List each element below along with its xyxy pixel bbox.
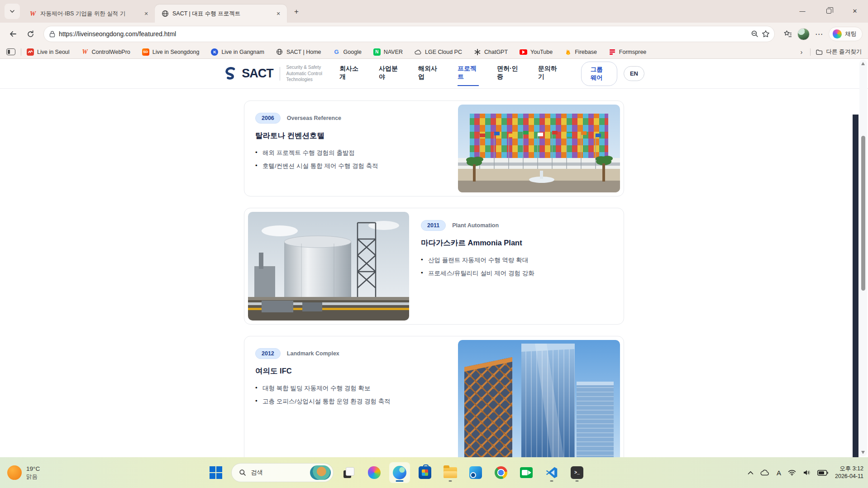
- tab-close-icon[interactable]: ✕: [274, 10, 282, 18]
- task-view-button[interactable]: [339, 463, 359, 483]
- controlwebpro-favicon-icon: W: [29, 10, 37, 18]
- weather-widget[interactable]: 19°C 맑음: [7, 465, 40, 480]
- groupware-button[interactable]: 그룹웨어: [581, 62, 617, 86]
- ime-korean-indicator[interactable]: A: [777, 469, 781, 477]
- meet-button[interactable]: [516, 463, 536, 483]
- onedrive-icon[interactable]: [760, 469, 770, 476]
- tray-chevron-up-icon[interactable]: [748, 471, 754, 475]
- nav-business[interactable]: 사업분야: [379, 61, 400, 86]
- copilot-button[interactable]: [364, 463, 384, 483]
- divider: [21, 48, 21, 56]
- profile-avatar[interactable]: [797, 28, 810, 40]
- terminal-button[interactable]: >_: [567, 463, 587, 483]
- zoom-indicator-icon[interactable]: [751, 30, 759, 38]
- chrome-button[interactable]: [491, 463, 511, 483]
- file-explorer-icon: [444, 467, 457, 478]
- bookmark-chatgpt[interactable]: ChatGPT: [474, 48, 508, 56]
- bookmark-lge-cloud-pc[interactable]: LGE Cloud PC: [415, 48, 462, 56]
- bookmark-firebase[interactable]: Firebase: [564, 48, 597, 56]
- projects-list: 2006 Overseas Reference 탈라토나 컨벤션호텔 해외 프로…: [244, 100, 624, 457]
- bookmark-controlwebpro[interactable]: W ControlWebPro: [81, 48, 130, 56]
- page-scrollbar[interactable]: [859, 60, 867, 456]
- volume-icon[interactable]: [803, 469, 811, 476]
- ifc-towers-photo: [458, 340, 620, 457]
- copilot-chat-label: 채팅: [845, 30, 857, 38]
- back-icon[interactable]: [5, 26, 21, 42]
- language-button[interactable]: EN: [624, 66, 644, 81]
- nav-contact[interactable]: 문의하기: [538, 61, 559, 86]
- tab-close-icon[interactable]: ✕: [142, 10, 150, 18]
- other-favorites-button[interactable]: 다른 즐겨찾기: [816, 48, 862, 56]
- date-text: 2026-04-11: [835, 473, 863, 480]
- scroll-up-icon[interactable]: [861, 62, 865, 65]
- project-category: Overseas Reference: [287, 115, 341, 121]
- nav-licenses[interactable]: 면허·인증: [497, 61, 520, 86]
- google-icon: G: [333, 48, 340, 56]
- bookmark-sact-home[interactable]: SACT | Home: [276, 48, 321, 56]
- bookmark-live-in-seoul[interactable]: Live in Seoul: [27, 48, 70, 56]
- scrollbar-thumb[interactable]: [861, 136, 865, 291]
- battery-icon[interactable]: [817, 470, 828, 476]
- new-tab-button[interactable]: +: [290, 5, 303, 19]
- folder-icon: [816, 48, 823, 56]
- convention-hotel-photo: [458, 105, 620, 192]
- settings-more-icon[interactable]: ⋯: [811, 26, 827, 42]
- clock[interactable]: 오후 3:12 2026-04-11: [835, 465, 863, 480]
- nav-company[interactable]: 회사소개: [339, 61, 361, 86]
- lock-icon: [49, 31, 55, 38]
- wifi-icon[interactable]: [788, 469, 796, 476]
- site-header: SACT Security & Safety Automatic Control…: [0, 59, 868, 89]
- bookmark-google[interactable]: G Google: [333, 48, 362, 56]
- bookmark-formspree[interactable]: Formspree: [609, 48, 646, 56]
- file-explorer-button[interactable]: [440, 463, 460, 483]
- tab-list-chevron-icon[interactable]: [5, 4, 20, 19]
- close-button[interactable]: ✕: [842, 0, 868, 22]
- logo-tagline: Security & Safety Automatic Control Tech…: [286, 64, 339, 83]
- bookmarks-overflow-chevron-icon[interactable]: ›: [801, 48, 803, 56]
- project-card-2006: 2006 Overseas Reference 탈라토나 컨벤션호텔 해외 프로…: [244, 100, 624, 196]
- start-button[interactable]: [206, 463, 226, 483]
- scroll-down-icon[interactable]: [861, 451, 865, 454]
- url-text: https://liveinseongdong.com/featured.htm…: [59, 30, 751, 38]
- system-tray: A 오후 3:12: [748, 457, 863, 488]
- divider: [810, 48, 811, 56]
- project-title: 탈라토나 컨벤션호텔: [255, 131, 446, 141]
- bookmark-live-in-gangnam[interactable]: K Live in Gangnam: [211, 48, 264, 56]
- outlook-button[interactable]: [466, 463, 486, 483]
- project-card-2012: 2012 Landmark Complex 여의도 IFC 대형 복합 빌딩 자…: [244, 336, 624, 457]
- favorites-list-icon[interactable]: [780, 26, 796, 42]
- outlook-icon: [469, 466, 482, 479]
- weather-temp: 19°C: [26, 465, 40, 473]
- address-bar[interactable]: https://liveinseongdong.com/featured.htm…: [43, 26, 775, 42]
- bookmarks-sidebar-icon[interactable]: [6, 48, 15, 55]
- copilot-chat-button[interactable]: 채팅: [829, 27, 863, 41]
- copilot-icon: [833, 29, 842, 38]
- vscode-button[interactable]: [542, 463, 562, 483]
- bookmark-live-in-seongdong[interactable]: SD Live in Seongdong: [142, 48, 200, 56]
- bullet: 호텔/컨벤션 시설 통합 제어 수행 경험 축적: [255, 162, 446, 170]
- taskbar-search[interactable]: 검색: [231, 463, 334, 482]
- bullet: 해외 프로젝트 수행 경험의 출발점: [255, 149, 446, 157]
- restore-button[interactable]: [816, 0, 842, 22]
- microsoft-store-button[interactable]: [415, 463, 435, 483]
- edge-button[interactable]: [390, 463, 410, 483]
- terminal-icon: >_: [571, 466, 583, 479]
- window-controls: — ✕: [789, 0, 868, 22]
- bookmark-naver[interactable]: N NAVER: [373, 48, 403, 56]
- nav-projects[interactable]: 프로젝트: [458, 61, 479, 86]
- chatgpt-icon: [474, 48, 481, 56]
- sact-logo-icon: [224, 66, 237, 82]
- tab-active[interactable]: SACT | 대표 수행 프로젝트 ✕: [155, 5, 287, 23]
- bookmark-youtube[interactable]: YouTube: [520, 49, 553, 55]
- page-viewport: SACT Security & Safety Automatic Control…: [0, 59, 868, 457]
- sact-logo[interactable]: SACT Security & Safety Automatic Control…: [224, 64, 339, 83]
- refresh-icon[interactable]: [23, 26, 38, 42]
- tab-inactive[interactable]: W 자동제어·IBS 기업을 위한 실적 기 ✕: [23, 5, 155, 23]
- nav-overseas[interactable]: 해외사업: [418, 61, 439, 86]
- time-text: 오후 3:12: [835, 465, 863, 473]
- page-edge-dark-strip: [853, 115, 858, 457]
- edge-icon: [393, 466, 406, 479]
- year-badge: 2012: [255, 348, 281, 359]
- minimize-button[interactable]: —: [789, 0, 816, 22]
- favorite-star-icon[interactable]: [762, 30, 770, 38]
